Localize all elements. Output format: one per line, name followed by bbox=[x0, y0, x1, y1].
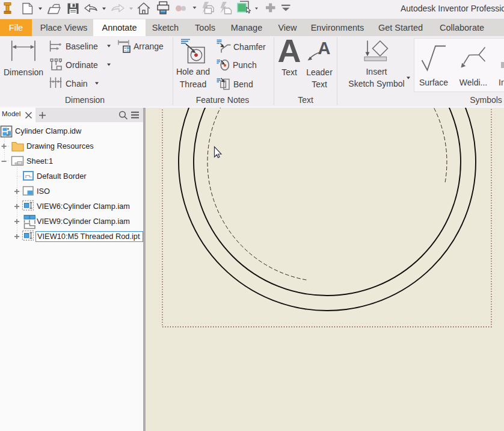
svg-text:A: A bbox=[318, 39, 331, 58]
svg-text:A: A bbox=[278, 36, 301, 69]
